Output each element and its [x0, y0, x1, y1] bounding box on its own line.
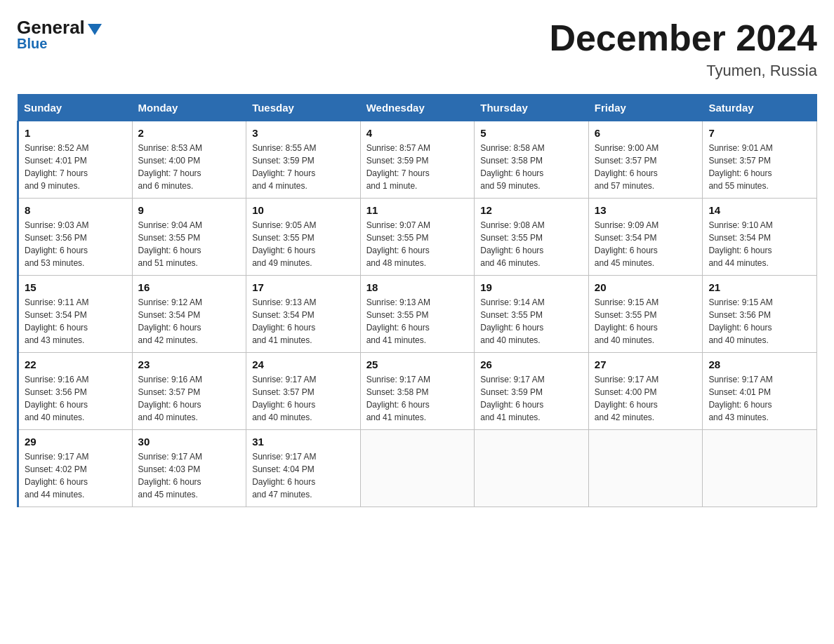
- day-info: Sunrise: 9:05 AM Sunset: 3:55 PM Dayligh…: [252, 219, 355, 269]
- empty-day-cell: [703, 430, 817, 507]
- day-number: 31: [252, 436, 355, 448]
- day-info: Sunrise: 9:17 AM Sunset: 4:02 PM Dayligh…: [25, 450, 126, 501]
- day-info: Sunrise: 9:13 AM Sunset: 3:55 PM Dayligh…: [366, 296, 469, 347]
- day-info: Sunrise: 9:07 AM Sunset: 3:55 PM Dayligh…: [366, 219, 469, 269]
- day-number: 4: [366, 127, 469, 139]
- month-title: December 2024: [549, 17, 817, 59]
- calendar-day-cell: 25Sunrise: 9:17 AM Sunset: 3:58 PM Dayli…: [360, 353, 475, 430]
- day-info: Sunrise: 9:16 AM Sunset: 3:56 PM Dayligh…: [25, 373, 126, 424]
- day-number: 23: [138, 358, 241, 370]
- calendar-day-cell: 27Sunrise: 9:17 AM Sunset: 4:00 PM Dayli…: [588, 353, 703, 430]
- day-info: Sunrise: 9:12 AM Sunset: 3:54 PM Dayligh…: [138, 296, 241, 347]
- day-number: 21: [708, 281, 811, 293]
- day-number: 29: [25, 436, 126, 448]
- day-number: 16: [138, 281, 241, 293]
- calendar-week-row: 22Sunrise: 9:16 AM Sunset: 3:56 PM Dayli…: [18, 353, 817, 430]
- day-number: 13: [595, 204, 697, 216]
- day-number: 9: [138, 204, 241, 216]
- calendar-day-cell: 28Sunrise: 9:17 AM Sunset: 4:01 PM Dayli…: [703, 353, 817, 430]
- calendar-day-cell: 18Sunrise: 9:13 AM Sunset: 3:55 PM Dayli…: [360, 276, 475, 353]
- weekday-header-saturday: Saturday: [703, 95, 817, 121]
- weekday-header-wednesday: Wednesday: [360, 95, 475, 121]
- day-number: 2: [138, 127, 241, 139]
- weekday-header-friday: Friday: [588, 95, 703, 121]
- day-info: Sunrise: 8:57 AM Sunset: 3:59 PM Dayligh…: [366, 142, 469, 192]
- logo-blue-text: Blue: [17, 36, 47, 52]
- weekday-header-monday: Monday: [132, 95, 246, 121]
- calendar-day-cell: 3Sunrise: 8:55 AM Sunset: 3:59 PM Daylig…: [246, 121, 361, 199]
- day-info: Sunrise: 9:08 AM Sunset: 3:55 PM Dayligh…: [480, 219, 583, 269]
- calendar-week-row: 1Sunrise: 8:52 AM Sunset: 4:01 PM Daylig…: [18, 121, 817, 199]
- day-info: Sunrise: 9:09 AM Sunset: 3:54 PM Dayligh…: [595, 219, 697, 269]
- day-number: 3: [252, 127, 355, 139]
- calendar-day-cell: 6Sunrise: 9:00 AM Sunset: 3:57 PM Daylig…: [588, 121, 703, 199]
- calendar-day-cell: 4Sunrise: 8:57 AM Sunset: 3:59 PM Daylig…: [360, 121, 475, 199]
- day-info: Sunrise: 9:15 AM Sunset: 3:56 PM Dayligh…: [708, 296, 811, 347]
- day-info: Sunrise: 9:10 AM Sunset: 3:54 PM Dayligh…: [708, 219, 811, 269]
- calendar-day-cell: 10Sunrise: 9:05 AM Sunset: 3:55 PM Dayli…: [246, 199, 361, 276]
- calendar-body: 1Sunrise: 8:52 AM Sunset: 4:01 PM Daylig…: [18, 121, 817, 507]
- weekday-header-row: SundayMondayTuesdayWednesdayThursdayFrid…: [18, 95, 817, 121]
- day-info: Sunrise: 9:17 AM Sunset: 4:03 PM Dayligh…: [138, 450, 241, 501]
- location: Tyumen, Russia: [549, 62, 817, 80]
- day-number: 20: [595, 281, 697, 293]
- calendar-day-cell: 26Sunrise: 9:17 AM Sunset: 3:59 PM Dayli…: [475, 353, 589, 430]
- day-number: 14: [708, 204, 811, 216]
- day-number: 7: [708, 127, 811, 139]
- day-number: 6: [595, 127, 697, 139]
- day-number: 15: [25, 281, 126, 293]
- calendar-day-cell: 22Sunrise: 9:16 AM Sunset: 3:56 PM Dayli…: [18, 353, 133, 430]
- day-info: Sunrise: 9:17 AM Sunset: 3:57 PM Dayligh…: [252, 373, 355, 424]
- calendar-day-cell: 31Sunrise: 9:17 AM Sunset: 4:04 PM Dayli…: [246, 430, 361, 507]
- day-number: 22: [25, 358, 126, 370]
- day-number: 28: [708, 358, 811, 370]
- day-number: 1: [25, 127, 126, 139]
- day-info: Sunrise: 9:14 AM Sunset: 3:55 PM Dayligh…: [480, 296, 583, 347]
- empty-day-cell: [588, 430, 703, 507]
- day-info: Sunrise: 9:16 AM Sunset: 3:57 PM Dayligh…: [138, 373, 241, 424]
- day-number: 18: [366, 281, 469, 293]
- calendar-table: SundayMondayTuesdayWednesdayThursdayFrid…: [17, 94, 817, 507]
- calendar-day-cell: 15Sunrise: 9:11 AM Sunset: 3:54 PM Dayli…: [18, 276, 133, 353]
- calendar-day-cell: 14Sunrise: 9:10 AM Sunset: 3:54 PM Dayli…: [703, 199, 817, 276]
- day-info: Sunrise: 8:55 AM Sunset: 3:59 PM Dayligh…: [252, 142, 355, 192]
- day-info: Sunrise: 9:13 AM Sunset: 3:54 PM Dayligh…: [252, 296, 355, 347]
- calendar-day-cell: 9Sunrise: 9:04 AM Sunset: 3:55 PM Daylig…: [132, 199, 246, 276]
- day-info: Sunrise: 9:15 AM Sunset: 3:55 PM Dayligh…: [595, 296, 697, 347]
- day-number: 8: [25, 204, 126, 216]
- day-info: Sunrise: 9:11 AM Sunset: 3:54 PM Dayligh…: [25, 296, 126, 347]
- day-number: 10: [252, 204, 355, 216]
- calendar-week-row: 15Sunrise: 9:11 AM Sunset: 3:54 PM Dayli…: [18, 276, 817, 353]
- calendar-day-cell: 8Sunrise: 9:03 AM Sunset: 3:56 PM Daylig…: [18, 199, 133, 276]
- calendar-week-row: 8Sunrise: 9:03 AM Sunset: 3:56 PM Daylig…: [18, 199, 817, 276]
- weekday-header-thursday: Thursday: [475, 95, 589, 121]
- page-header: General Blue December 2024 Tyumen, Russi…: [17, 17, 817, 80]
- logo-triangle-icon: [88, 24, 102, 35]
- day-info: Sunrise: 9:17 AM Sunset: 3:58 PM Dayligh…: [366, 373, 469, 424]
- calendar-day-cell: 21Sunrise: 9:15 AM Sunset: 3:56 PM Dayli…: [703, 276, 817, 353]
- day-info: Sunrise: 9:04 AM Sunset: 3:55 PM Dayligh…: [138, 219, 241, 269]
- day-number: 19: [480, 281, 583, 293]
- weekday-header-tuesday: Tuesday: [246, 95, 361, 121]
- calendar-day-cell: 20Sunrise: 9:15 AM Sunset: 3:55 PM Dayli…: [588, 276, 703, 353]
- empty-day-cell: [475, 430, 589, 507]
- title-area: December 2024 Tyumen, Russia: [549, 17, 817, 80]
- day-info: Sunrise: 9:17 AM Sunset: 4:00 PM Dayligh…: [595, 373, 697, 424]
- day-info: Sunrise: 8:52 AM Sunset: 4:01 PM Dayligh…: [25, 142, 126, 192]
- calendar-day-cell: 16Sunrise: 9:12 AM Sunset: 3:54 PM Dayli…: [132, 276, 246, 353]
- day-number: 26: [480, 358, 583, 370]
- day-info: Sunrise: 8:53 AM Sunset: 4:00 PM Dayligh…: [138, 142, 241, 192]
- calendar-day-cell: 29Sunrise: 9:17 AM Sunset: 4:02 PM Dayli…: [18, 430, 133, 507]
- logo: General Blue: [17, 17, 102, 52]
- calendar-day-cell: 17Sunrise: 9:13 AM Sunset: 3:54 PM Dayli…: [246, 276, 361, 353]
- empty-day-cell: [360, 430, 475, 507]
- day-number: 24: [252, 358, 355, 370]
- calendar-day-cell: 2Sunrise: 8:53 AM Sunset: 4:00 PM Daylig…: [132, 121, 246, 199]
- day-info: Sunrise: 9:17 AM Sunset: 4:04 PM Dayligh…: [252, 450, 355, 501]
- calendar-day-cell: 23Sunrise: 9:16 AM Sunset: 3:57 PM Dayli…: [132, 353, 246, 430]
- calendar-day-cell: 24Sunrise: 9:17 AM Sunset: 3:57 PM Dayli…: [246, 353, 361, 430]
- day-number: 27: [595, 358, 697, 370]
- calendar-header: SundayMondayTuesdayWednesdayThursdayFrid…: [18, 95, 817, 121]
- day-number: 30: [138, 436, 241, 448]
- calendar-day-cell: 12Sunrise: 9:08 AM Sunset: 3:55 PM Dayli…: [475, 199, 589, 276]
